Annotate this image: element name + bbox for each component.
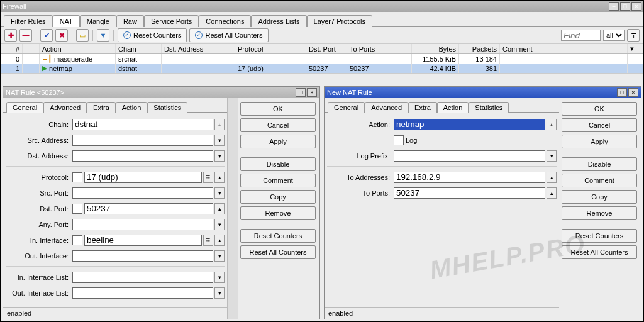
invert-checkbox[interactable] [72, 172, 82, 182]
copy-button[interactable]: Copy [240, 190, 316, 204]
src-address-field[interactable] [72, 135, 213, 146]
enable-icon[interactable]: ✔ [40, 29, 53, 42]
chevron-down-icon[interactable]: ▾ [214, 135, 225, 146]
dropdown-icon[interactable]: ∓ [203, 235, 213, 246]
close-icon[interactable]: × [307, 88, 317, 97]
dropdown-icon[interactable]: ∓ [203, 172, 213, 183]
chain-field[interactable] [72, 119, 213, 130]
filter-select[interactable]: all [603, 30, 625, 41]
col-num[interactable]: # [1, 44, 23, 53]
col-bytes[interactable]: Bytes [412, 44, 459, 53]
reset-all-counters-button[interactable]: Reset All Counters [240, 245, 316, 259]
add-icon[interactable]: ✚ [4, 29, 17, 42]
table-row[interactable]: 0 ≒┃ masquerade srcnat 1155.5 KiB 13 184 [1, 54, 643, 64]
minimize-icon[interactable]: – [609, 2, 619, 11]
col-chain[interactable]: Chain [116, 44, 162, 53]
filter-icon[interactable]: ▼ [97, 29, 109, 42]
chevron-down-icon[interactable]: ▾ [547, 150, 557, 162]
dropdown-icon[interactable]: ∓ [547, 119, 557, 130]
tab-statistics[interactable]: Statistics [469, 102, 509, 113]
ok-button[interactable]: OK [562, 102, 637, 116]
tab-address-lists[interactable]: Address Lists [251, 15, 306, 27]
tab-advanced[interactable]: Advanced [365, 102, 408, 113]
tab-mangle[interactable]: Mangle [80, 15, 116, 27]
dropdown-icon[interactable]: ∓ [214, 119, 225, 130]
col-toports[interactable]: To Ports [347, 44, 412, 53]
col-action[interactable]: Action [40, 44, 116, 53]
chevron-up-icon[interactable]: ▴ [214, 235, 225, 246]
cancel-button[interactable]: Cancel [562, 118, 637, 132]
remove-button[interactable]: Remove [240, 206, 316, 220]
find-input[interactable] [561, 30, 601, 41]
col-tail[interactable]: ▾ [628, 44, 643, 53]
chevron-down-icon[interactable]: ▾ [214, 250, 225, 262]
chevron-up-icon[interactable]: ▴ [214, 172, 225, 183]
comment-icon[interactable]: ▭ [76, 29, 89, 42]
tab-action[interactable]: Action [437, 102, 469, 113]
cancel-button[interactable]: Cancel [240, 118, 316, 132]
apply-button[interactable]: Apply [562, 135, 637, 148]
in-if-list-field[interactable] [72, 272, 213, 283]
comment-button[interactable]: Comment [240, 174, 316, 187]
tab-connections[interactable]: Connections [199, 15, 251, 27]
reset-counters-button[interactable]: Reset Counters [118, 28, 187, 42]
tab-raw[interactable]: Raw [116, 15, 144, 27]
log-checkbox[interactable] [394, 135, 404, 145]
remove-button[interactable]: Remove [562, 206, 637, 220]
tab-service-ports[interactable]: Service Ports [144, 15, 199, 27]
restore-icon[interactable]: □ [296, 88, 306, 97]
reset-all-counters-button[interactable]: Reset All Counters [562, 245, 637, 259]
col-comment[interactable]: Comment [500, 44, 628, 53]
col-dport[interactable]: Dst. Port [306, 44, 347, 53]
dropdown-icon[interactable]: ∓ [627, 29, 640, 42]
chevron-down-icon[interactable]: ▾ [214, 219, 225, 230]
disable-button[interactable]: Disable [240, 157, 316, 171]
copy-button[interactable]: Copy [562, 190, 637, 204]
out-interface-field[interactable] [72, 250, 213, 262]
tab-extra[interactable]: Extra [408, 102, 437, 113]
apply-button[interactable]: Apply [240, 135, 316, 148]
log-prefix-field[interactable] [394, 150, 545, 162]
chevron-up-icon[interactable]: ▴ [547, 172, 557, 183]
tab-extra[interactable]: Extra [87, 102, 116, 113]
in-interface-field[interactable] [84, 235, 202, 246]
tab-advanced[interactable]: Advanced [43, 102, 87, 113]
action-field[interactable] [394, 119, 545, 130]
invert-checkbox[interactable] [72, 204, 82, 214]
out-if-list-field[interactable] [72, 287, 213, 299]
dst-port-field[interactable] [84, 203, 213, 214]
reset-all-counters-button[interactable]: Reset All Counters [189, 28, 268, 42]
src-port-field[interactable] [72, 187, 213, 199]
protocol-field[interactable] [84, 172, 202, 183]
disable-icon[interactable]: ✖ [55, 29, 68, 42]
chevron-down-icon[interactable]: ▾ [214, 287, 225, 299]
col-packets[interactable]: Packets [459, 44, 500, 53]
tab-layer7[interactable]: Layer7 Protocols [307, 15, 373, 27]
maximize-icon[interactable]: □ [620, 2, 630, 11]
tab-general[interactable]: General [6, 102, 43, 113]
dst-address-field[interactable] [72, 150, 213, 162]
table-row[interactable]: 1 ▶ netmap dstnat 17 (udp) 50237 50237 4… [1, 64, 643, 73]
comment-button[interactable]: Comment [562, 174, 637, 187]
invert-checkbox[interactable] [72, 235, 82, 245]
chevron-down-icon[interactable]: ▾ [214, 272, 225, 283]
disable-button[interactable]: Disable [562, 157, 637, 171]
chevron-down-icon[interactable]: ▾ [214, 150, 225, 162]
tab-general[interactable]: General [328, 102, 365, 113]
ok-button[interactable]: OK [240, 102, 316, 116]
reset-counters-button[interactable]: Reset Counters [562, 229, 637, 243]
close-icon[interactable]: × [631, 2, 641, 11]
chevron-down-icon[interactable]: ▾ [214, 187, 225, 199]
col-proto[interactable]: Protocol [235, 44, 306, 53]
to-ports-field[interactable] [394, 187, 545, 199]
chevron-up-icon[interactable]: ▴ [214, 203, 225, 214]
to-addresses-field[interactable] [394, 172, 545, 183]
scrollbar[interactable] [227, 98, 238, 319]
restore-icon[interactable]: □ [617, 88, 627, 97]
col-flag[interactable] [23, 44, 40, 53]
close-icon[interactable]: × [628, 88, 638, 97]
tab-nat[interactable]: NAT [53, 15, 80, 27]
remove-icon[interactable]: — [19, 29, 32, 42]
tab-statistics[interactable]: Statistics [147, 102, 187, 113]
tab-action[interactable]: Action [116, 102, 148, 113]
